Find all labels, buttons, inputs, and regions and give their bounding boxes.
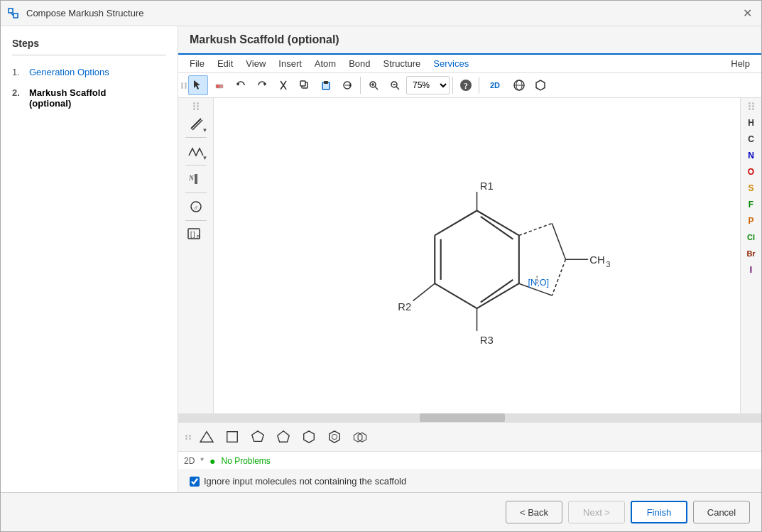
element-Br[interactable]: Br (743, 246, 760, 261)
canvas-area[interactable]: R1 R2 R3 (214, 98, 740, 413)
undo-button[interactable] (231, 75, 251, 95)
double-ring-button[interactable] (349, 425, 371, 448)
element-C[interactable]: C (743, 131, 760, 147)
square-shape-button[interactable] (221, 425, 244, 448)
hexagon-shape-button[interactable] (298, 425, 320, 448)
pentagon-shape-button[interactable] (272, 425, 295, 448)
bond-tool-button[interactable]: ▼ (183, 113, 209, 134)
stereo-tool-button[interactable]: ♂ (183, 196, 209, 217)
app-icon (6, 6, 21, 21)
molecule-canvas: R1 R2 R3 (214, 98, 740, 413)
menu-edit[interactable]: Edit (212, 56, 239, 71)
title-bar: Compose Markush Structure ✕ (1, 1, 761, 26)
svg-text:3: 3 (606, 260, 611, 268)
toolbar-sep-3 (479, 77, 479, 94)
menu-insert[interactable]: Insert (273, 56, 307, 71)
left-sep-3 (185, 192, 207, 193)
2d-button[interactable]: 2D (482, 75, 508, 95)
horizontal-scrollbar[interactable] (178, 413, 761, 422)
copy-button[interactable] (295, 75, 315, 95)
toolbar-sep-1 (360, 77, 361, 94)
svg-marker-70 (330, 431, 340, 443)
element-P[interactable]: P (743, 213, 760, 229)
triangle-shape-button[interactable] (195, 425, 218, 448)
svg-line-58 (552, 259, 565, 295)
element-H[interactable]: H (743, 115, 760, 131)
svg-line-47 (481, 217, 513, 239)
element-S[interactable]: S (743, 180, 760, 196)
toolbar-sep-2 (452, 77, 453, 94)
svg-text:?: ? (464, 81, 468, 91)
toolbar: 75% 50% 100% 150% 200% ? 2D (178, 73, 761, 98)
paste-button[interactable] (316, 75, 336, 95)
cancel-button[interactable]: Cancel (693, 501, 750, 523)
select-tool-button[interactable] (188, 75, 208, 95)
problems-label: No Problems (221, 456, 270, 466)
zoom-in-button[interactable] (364, 75, 383, 95)
step-2-label: Markush Scaffold(optional) (29, 87, 106, 109)
help-button[interactable]: ? (456, 75, 476, 95)
chain-tool-button[interactable]: ▼ (183, 141, 209, 162)
menu-services[interactable]: Services (428, 56, 474, 71)
dimension-label: 2D (184, 456, 195, 466)
svg-line-18 (375, 87, 378, 89)
menu-bond[interactable]: Bond (343, 56, 376, 71)
svg-line-43 (477, 283, 519, 308)
svg-rect-2 (13, 13, 18, 18)
element-I[interactable]: I (743, 262, 760, 278)
svg-rect-11 (300, 81, 305, 86)
main-window: Compose Markush Structure ✕ Steps 1. Gen… (0, 0, 762, 532)
svg-text:R1: R1 (480, 180, 494, 192)
svg-line-52 (413, 283, 435, 300)
finish-button[interactable]: Finish (631, 501, 687, 523)
left-handle (192, 101, 200, 112)
svg-rect-0 (9, 9, 13, 13)
menu-structure[interactable]: Structure (378, 56, 427, 71)
back-button[interactable]: < Back (506, 501, 562, 523)
main-content: Steps 1. Generation Options 2. Markush S… (1, 26, 761, 492)
cut-button[interactable] (273, 75, 293, 95)
svg-text:R3: R3 (480, 335, 494, 346)
element-O[interactable]: O (743, 164, 760, 180)
element-Cl[interactable]: Cl (743, 229, 760, 245)
menu-view[interactable]: View (240, 56, 271, 71)
svg-text:♂: ♂ (193, 204, 199, 212)
svg-line-57 (552, 223, 565, 259)
ignore-scaffold-checkbox[interactable] (190, 477, 200, 487)
reaction-button[interactable] (337, 75, 357, 95)
element-N[interactable]: N (743, 148, 760, 163)
close-button[interactable]: ✕ (739, 5, 756, 22)
pentagon-irregular-button[interactable] (246, 425, 269, 448)
svg-line-48 (481, 280, 513, 303)
scrollbar-thumb[interactable] (420, 413, 505, 422)
step-1-num: 1. (12, 67, 29, 77)
menu-help[interactable]: Help (725, 56, 756, 71)
status-dot-icon: ● (209, 455, 215, 467)
svg-marker-69 (304, 431, 315, 443)
panel-header: Markush Scaffold (optional) (178, 26, 761, 55)
zoom-out-button[interactable] (385, 75, 405, 95)
svg-rect-66 (227, 432, 238, 443)
element-F[interactable]: F (743, 197, 760, 212)
star-label: * (200, 456, 204, 466)
svg-marker-65 (200, 432, 213, 443)
ignore-scaffold-label[interactable]: Ignore input molecules not containing th… (204, 476, 406, 487)
menu-atom[interactable]: Atom (309, 56, 342, 71)
svg-line-22 (396, 87, 399, 89)
3d-button[interactable] (509, 75, 529, 95)
aromatic-hexagon-button[interactable] (323, 425, 346, 448)
structure-3d-button[interactable] (530, 75, 550, 95)
atom-list-button[interactable]: N (183, 168, 209, 190)
eraser-button[interactable] (209, 75, 229, 95)
step-1-label[interactable]: Generation Options (29, 67, 109, 77)
redo-button[interactable] (252, 75, 272, 95)
status-bar: 2D * ● No Problems (178, 451, 761, 469)
menu-file[interactable]: File (184, 56, 210, 71)
next-button[interactable]: Next > (568, 501, 625, 523)
panel-title: Markush Scaffold (optional) (190, 33, 750, 46)
zoom-selector[interactable]: 75% 50% 100% 150% 200% (406, 76, 450, 94)
svg-text:[: [ (190, 231, 192, 238)
svg-line-44 (435, 283, 477, 308)
svg-text:CH: CH (589, 254, 604, 266)
rgroup-tool-button[interactable]: [ ] R (183, 224, 209, 245)
